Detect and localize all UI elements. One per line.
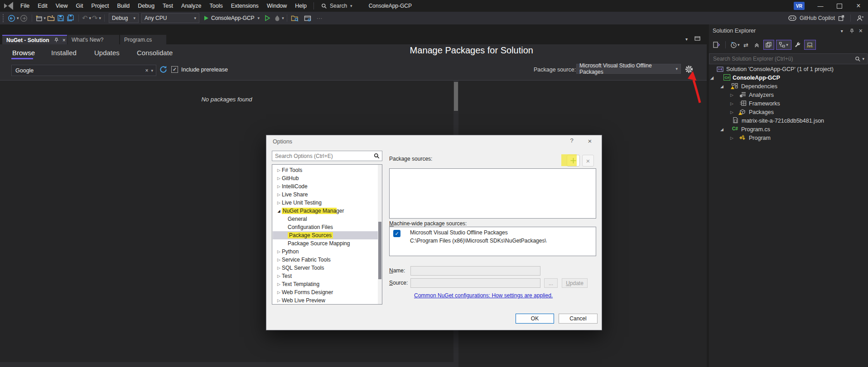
package-sources-list[interactable] <box>389 168 596 219</box>
source-input[interactable] <box>410 278 540 288</box>
tree-item-sql-server-tools[interactable]: ▷SQL Server Tools <box>273 264 378 272</box>
refresh-icon[interactable] <box>159 65 168 74</box>
collapsed-icon[interactable]: ▷ <box>730 136 733 140</box>
undo-button[interactable]: ↶▾ <box>82 13 92 24</box>
properties-wrench-button[interactable] <box>793 40 802 50</box>
window-position-chevron-icon[interactable]: ▾ <box>837 29 847 33</box>
update-source-button[interactable]: Update <box>562 278 588 288</box>
dialog-close-button[interactable]: × <box>584 137 595 145</box>
nuget-tab-installed[interactable]: Installed <box>51 49 77 57</box>
tab-nuget-solution[interactable]: NuGet - Solution × <box>2 35 67 44</box>
float-preview-icon[interactable] <box>694 36 700 41</box>
package-search-input[interactable] <box>12 67 143 74</box>
tree-item-nuget-package-manager[interactable]: ◢NuGet Package Manager <box>273 207 378 215</box>
tree-item-text-templating[interactable]: ▷Text Templating <box>273 280 378 288</box>
tree-item-python[interactable]: ▷Python <box>273 248 378 256</box>
remove-package-source-button[interactable]: × <box>582 155 594 167</box>
tree-item-program-class[interactable]: ▷ Program <box>749 133 771 142</box>
nuget-tab-browse[interactable]: Browse <box>12 49 35 57</box>
preview-selected-items-button[interactable] <box>804 40 816 50</box>
menu-build[interactable]: Build <box>113 0 134 12</box>
menu-tools[interactable]: Tools <box>206 0 227 12</box>
scrollbar-thumb[interactable] <box>454 82 458 111</box>
package-search-box[interactable]: × ▾ <box>11 65 156 76</box>
package-source-dropdown[interactable]: Microsoft Visual Studio Offline Packages… <box>576 64 681 74</box>
tree-item-program-cs[interactable]: ◢ C# Program.cs <box>741 125 770 133</box>
expanded-icon[interactable]: ◢ <box>710 76 714 80</box>
tree-item-web-live-preview[interactable]: ▷Web Live Preview <box>273 296 378 305</box>
tree-item-live-share[interactable]: ▷Live Share <box>273 191 378 199</box>
tree-item-solution[interactable]: Solution 'ConsoleApp-GCP' (1 of 1 projec… <box>717 65 834 73</box>
tree-item-analyzers[interactable]: ▷ i Analyzers <box>749 91 774 99</box>
close-panel-icon[interactable]: × <box>857 27 864 34</box>
tree-item-live-unit-testing[interactable]: ▷Live Unit Testing <box>273 199 378 207</box>
tree-item-packages[interactable]: ▷ Packages <box>749 108 774 116</box>
collapsed-icon[interactable]: ▷ <box>730 101 733 106</box>
add-account-icon[interactable] <box>857 15 863 21</box>
clear-search-icon[interactable]: × <box>143 67 150 74</box>
menu-edit[interactable]: Edit <box>34 0 52 12</box>
menu-extensions[interactable]: Extensions <box>227 0 263 12</box>
maximize-button[interactable] <box>830 0 849 12</box>
find-in-files-button[interactable] <box>290 13 300 24</box>
name-input[interactable] <box>410 266 540 276</box>
menu-view[interactable]: View <box>52 0 72 12</box>
help-button[interactable]: ? <box>566 137 577 144</box>
sync-with-active-document-button[interactable]: ⇄ <box>742 40 751 50</box>
menu-test[interactable]: Test <box>159 0 177 12</box>
account-badge[interactable]: VR <box>794 2 805 10</box>
open-folder-button[interactable] <box>46 13 56 24</box>
navigate-forward-button[interactable] <box>19 13 29 24</box>
tab-program-cs[interactable]: Program.cs <box>120 35 166 44</box>
search-options-chevron-icon[interactable]: ▾ <box>862 57 867 61</box>
tree-item-package-source-mapping[interactable]: Package Source Mapping <box>273 239 378 248</box>
solution-configuration-dropdown[interactable]: Debug▾ <box>109 13 139 23</box>
menu-file[interactable]: File <box>16 0 34 12</box>
browse-source-button[interactable]: ... <box>544 278 558 288</box>
tab-list-chevron-icon[interactable]: ▾ <box>685 37 688 42</box>
collapsed-icon[interactable]: ▷ <box>730 93 733 97</box>
new-project-button[interactable]: ▾ <box>35 13 46 24</box>
pin-icon[interactable] <box>54 38 59 43</box>
navigate-back-button[interactable]: ▾ <box>8 13 19 24</box>
collapsed-icon[interactable]: ▷ <box>730 110 733 114</box>
options-search-box[interactable] <box>272 151 382 161</box>
save-all-button[interactable] <box>66 13 76 24</box>
live-share-session-button[interactable] <box>303 13 313 24</box>
tree-item-service-fabric-tools[interactable]: ▷Service Fabric Tools <box>273 256 378 264</box>
expanded-icon[interactable]: ◢ <box>720 127 723 132</box>
menu-debug[interactable]: Debug <box>134 0 159 12</box>
copilot-label[interactable]: GitHub Copilot <box>800 15 835 21</box>
menu-window[interactable]: Window <box>263 0 291 12</box>
menu-analyze[interactable]: Analyze <box>177 0 205 12</box>
quick-search[interactable]: Search ▾ <box>317 3 357 9</box>
tree-item-package-sources[interactable]: Package Sources <box>273 231 378 239</box>
collapse-all-button[interactable] <box>752 40 762 50</box>
ok-button[interactable]: OK <box>516 314 554 324</box>
machine-source-checkbox[interactable]: ✓ <box>393 230 400 237</box>
hot-reload-button[interactable]: ▾ <box>274 13 284 24</box>
cancel-button[interactable]: Cancel <box>559 314 598 324</box>
solution-explorer-search-input[interactable] <box>709 56 854 62</box>
start-without-debugging-button[interactable] <box>262 13 272 24</box>
nuget-tab-updates[interactable]: Updates <box>94 49 120 57</box>
tree-scrollbar[interactable] <box>378 165 382 304</box>
minimize-button[interactable]: — <box>811 0 830 12</box>
nested-view-button[interactable]: ▾ <box>776 40 791 50</box>
solution-explorer-search[interactable]: ▾ <box>709 53 868 64</box>
toolbar-overflow-button[interactable]: ⋯ <box>314 13 324 24</box>
include-prerelease-checkbox[interactable]: ✓ <box>171 66 178 73</box>
machine-wide-sources-list[interactable]: ✓ Microsoft Visual Studio Offline Packag… <box>389 227 596 256</box>
search-history-chevron-icon[interactable]: ▾ <box>150 68 156 73</box>
menu-git[interactable]: Git <box>72 0 87 12</box>
nuget-tab-consolidate[interactable]: Consolidate <box>137 49 173 57</box>
expanded-icon[interactable]: ◢ <box>720 84 723 89</box>
menu-help[interactable]: Help <box>291 0 311 12</box>
tree-item-project-consoleapp-gcp[interactable]: ◢ C# ConsoleApp-GCP <box>733 73 780 82</box>
show-all-files-button[interactable] <box>763 40 774 50</box>
open-external-icon[interactable] <box>838 15 844 21</box>
tree-item-general[interactable]: General <box>273 215 378 223</box>
close-tab-icon[interactable]: × <box>63 37 66 43</box>
redo-button[interactable]: ↷▾ <box>92 13 101 24</box>
toolbar-grip[interactable] <box>3 14 5 22</box>
